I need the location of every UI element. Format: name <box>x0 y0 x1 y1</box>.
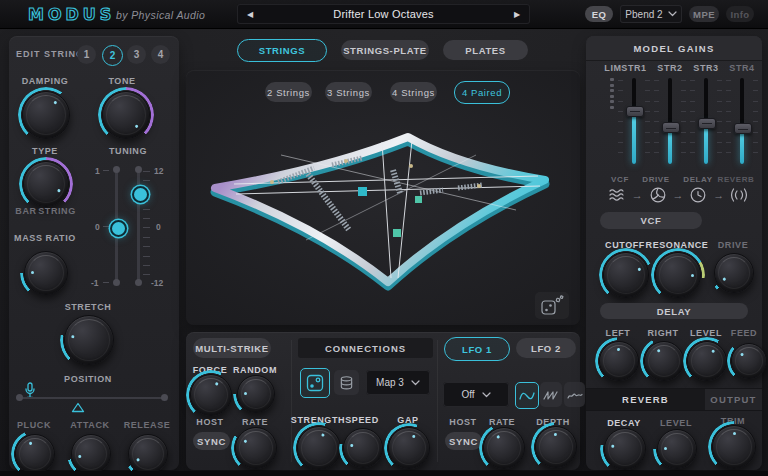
fx-chain-row: → → → <box>608 186 748 204</box>
slider-thumb[interactable] <box>662 122 680 133</box>
strength-knob[interactable] <box>297 426 341 470</box>
multi-strike-header[interactable]: MULTI-STRIKE <box>193 338 271 358</box>
damping-knob[interactable] <box>22 91 70 139</box>
str3-label: STR3 <box>693 63 718 73</box>
lfo-sync-button[interactable]: SYNC <box>445 432 482 450</box>
knob-arc <box>600 424 650 474</box>
preset-next-icon[interactable]: ▶ <box>504 10 530 19</box>
reverb-level-knob[interactable] <box>657 429 697 469</box>
knob-arc <box>531 422 581 472</box>
fine-scale-mid: 0 <box>156 222 161 232</box>
gap-knob[interactable] <box>388 427 430 469</box>
drive-swirl-icon <box>649 186 667 204</box>
delay-level-knob[interactable] <box>687 341 727 381</box>
delay-left-knob[interactable] <box>599 341 639 381</box>
eq-button[interactable]: EQ <box>585 6 613 22</box>
logo-tagline: by Physical Audio <box>116 9 205 21</box>
preset-selector[interactable]: ◀ Drifter Low Octaves ▶ <box>237 4 530 24</box>
delay-section-header[interactable]: DELAY <box>600 303 748 319</box>
tab-lfo-2[interactable]: LFO 2 <box>516 338 576 358</box>
knob-arc <box>727 339 768 383</box>
damping-label: DAMPING <box>22 76 69 86</box>
randomize-button[interactable] <box>535 292 569 319</box>
map-select-value: Map 3 <box>376 377 404 388</box>
preset-prev-icon[interactable]: ◀ <box>237 10 263 19</box>
cutoff-knob[interactable] <box>603 252 649 298</box>
scale-tick <box>103 170 109 171</box>
knob-arc <box>18 87 74 143</box>
tab-lfo-1[interactable]: LFO 1 <box>444 337 510 361</box>
decay-knob[interactable] <box>604 428 646 470</box>
info-button[interactable]: Info <box>726 6 754 22</box>
coarse-scale-bottom: -1 <box>91 278 99 288</box>
lfo-wave-value: Off <box>461 389 474 400</box>
pluck-knob[interactable] <box>15 434 55 474</box>
mass-ratio-knob[interactable] <box>24 251 68 295</box>
tuning-coarse-thumb[interactable] <box>110 220 127 237</box>
knob-arc <box>651 248 705 302</box>
trim-knob[interactable] <box>712 425 756 469</box>
reverb-waves-icon <box>730 186 748 204</box>
stretch-knob[interactable] <box>64 315 114 365</box>
ramp-wave-icon <box>543 389 559 401</box>
tab-strings[interactable]: STRINGS <box>237 39 327 62</box>
release-knob[interactable] <box>128 434 168 474</box>
lfo-rate-knob[interactable] <box>483 427 525 469</box>
knob-arc <box>653 425 701 473</box>
lfo-sine-button[interactable] <box>515 382 539 409</box>
filter-waves-icon <box>608 186 626 204</box>
lfo-wave-select[interactable]: Off <box>443 382 509 407</box>
vcf-section-header[interactable]: VCF <box>600 212 702 229</box>
preset-name[interactable]: Drifter Low Octaves <box>263 8 504 20</box>
chain-drive-label: DRIVE <box>642 175 669 184</box>
vcf-drive-knob[interactable] <box>714 253 754 293</box>
tab-strings-plate[interactable]: STRINGS-PLATE <box>341 40 429 60</box>
speed-knob[interactable] <box>343 428 383 468</box>
logo: MODUS <box>28 5 115 24</box>
map-select[interactable]: Map 3 <box>366 370 430 395</box>
random-knob[interactable] <box>237 375 275 413</box>
knob-arc <box>11 430 59 476</box>
gain-slider-str1[interactable] <box>626 78 642 164</box>
chain-vcf-label: VCF <box>611 175 629 184</box>
delay-feed-knob[interactable] <box>731 343 767 379</box>
tab-output[interactable]: OUTPUT <box>705 389 762 410</box>
connections-preset-button[interactable] <box>334 370 359 395</box>
force-knob[interactable] <box>190 374 232 416</box>
string-select-1[interactable]: 1 <box>77 45 96 64</box>
string-model-render[interactable] <box>186 70 580 325</box>
release-label: RELEASE <box>124 420 171 430</box>
resonance-knob[interactable] <box>655 252 701 298</box>
knob-arc <box>19 157 73 211</box>
string-select-4[interactable]: 4 <box>151 45 170 64</box>
pitch-bend-select[interactable]: Pbend 2 <box>620 5 682 23</box>
tab-plates[interactable]: PLATES <box>443 40 528 60</box>
connections-random-button[interactable] <box>300 368 330 398</box>
tab-reverb[interactable]: REVERB <box>586 389 705 410</box>
slider-thumb[interactable] <box>698 118 716 129</box>
position-slider[interactable] <box>19 397 165 399</box>
gain-slider-str4[interactable] <box>734 78 750 164</box>
delay-right-knob[interactable] <box>644 341 684 381</box>
lfo-depth-knob[interactable] <box>535 426 577 468</box>
mpe-button[interactable]: MPE <box>689 6 719 22</box>
connections-header: CONNECTIONS <box>298 338 433 358</box>
string-select-2[interactable]: 2 <box>102 45 123 66</box>
lfo-ramp-button[interactable] <box>540 382 562 407</box>
position-marker-icon[interactable] <box>71 402 85 413</box>
slider-thumb[interactable] <box>734 123 752 134</box>
knob-arc <box>60 311 118 369</box>
gain-slider-str3[interactable] <box>698 78 714 164</box>
ms-rate-knob[interactable] <box>235 427 277 469</box>
lfo-random-button[interactable] <box>564 382 585 407</box>
gain-slider-str2[interactable] <box>662 78 678 164</box>
limiter-led-meter <box>610 78 614 109</box>
string-select-3[interactable]: 3 <box>127 45 146 64</box>
knob-indicator <box>717 430 751 464</box>
slider-thumb[interactable] <box>626 106 644 117</box>
ms-sync-button[interactable]: SYNC <box>193 432 230 450</box>
attack-knob[interactable] <box>71 434 111 474</box>
type-knob[interactable] <box>23 161 69 207</box>
tuning-fine-thumb[interactable] <box>132 186 149 203</box>
tone-knob[interactable] <box>102 91 150 139</box>
